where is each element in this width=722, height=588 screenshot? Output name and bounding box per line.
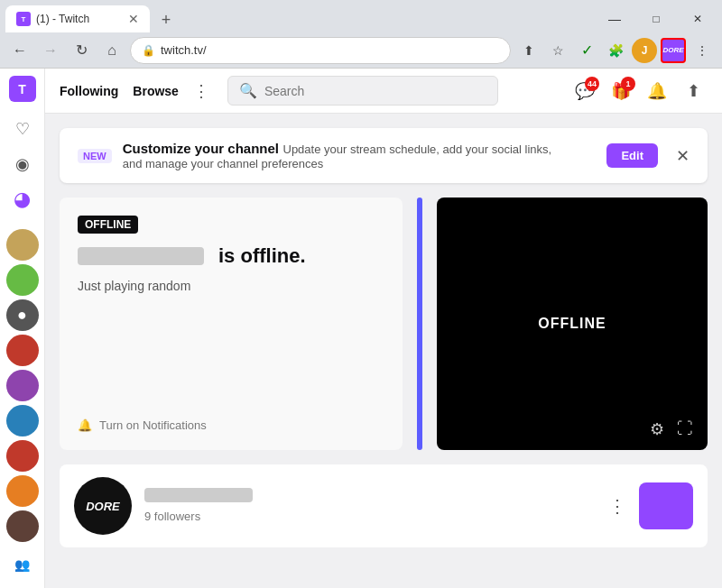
close-tab-icon[interactable]: ✕ (128, 12, 139, 26)
bookmark-button[interactable]: ☆ (545, 38, 570, 63)
close-banner-icon[interactable]: ✕ (676, 146, 690, 166)
sidebar-avatar-6[interactable] (6, 405, 39, 436)
active-tab[interactable]: T (1) - Twitch ✕ (5, 5, 150, 32)
banner-subtitle-inline: Update your stream schedule, add your so… (283, 142, 552, 156)
nav-bar: ← → ↻ ⌂ 🔒 twitch.tv/ ⬆ ☆ ✓ 🧩 J DORE ⋮ (0, 32, 722, 69)
extension-label: DORE (662, 47, 683, 54)
nav-actions: ⬆ ☆ ✓ 🧩 J DORE ⋮ (516, 38, 715, 63)
main-content: Following Browse ⋮ 🔍 💬 44 🎁 1 🔔 ⬆ (45, 69, 722, 588)
lock-icon: 🔒 (142, 44, 155, 57)
sidebar-item-user-plus[interactable]: 👥 (6, 549, 39, 581)
browser-menu-button[interactable]: ⋮ (690, 38, 715, 63)
header-actions: 💬 44 🎁 1 🔔 ⬆ (570, 77, 708, 106)
fullscreen-icon[interactable]: ⛶ (677, 419, 693, 439)
extension-dore-icon[interactable]: DORE (661, 38, 686, 63)
offline-badge: OFFLINE (78, 216, 138, 234)
close-button[interactable]: ✕ (677, 5, 718, 32)
channel-layout: OFFLINE is offline. Just playing random … (60, 198, 708, 450)
edit-button[interactable]: Edit (606, 143, 658, 168)
refresh-button[interactable]: ↻ (69, 38, 94, 63)
share-button[interactable]: ⬆ (516, 38, 542, 63)
new-tab-button[interactable]: + (153, 7, 179, 32)
messages-badge: 44 (585, 77, 599, 91)
sidebar-avatar-9[interactable] (6, 510, 39, 542)
nav-browse[interactable]: Browse (133, 80, 179, 102)
channel-info-panel: OFFLINE is offline. Just playing random … (60, 198, 403, 450)
twitch-page: T ♡ ◉ ◕ ● 👥 Following Browse ⋮ 🔍 (0, 69, 722, 588)
channel-logo: DORE (74, 477, 132, 535)
sidebar-item-game[interactable]: ◉ (6, 148, 39, 179)
followers-count: 9 followers (144, 510, 200, 523)
tab-favicon: T (16, 12, 31, 26)
browser-chrome: T (1) - Twitch ✕ + — □ ✕ ← → ↻ ⌂ 🔒 twitc… (0, 0, 722, 69)
bell-text: Turn on Notifications (99, 418, 207, 432)
settings-icon[interactable]: ⚙ (650, 419, 664, 439)
whispers-icon[interactable]: ⬆ (679, 77, 708, 106)
address-bar[interactable]: 🔒 twitch.tv/ (130, 37, 511, 64)
address-text: twitch.tv/ (161, 43, 499, 57)
extensions-button[interactable]: 🧩 (603, 38, 628, 63)
notification-banner: NEW Customize your channel Update your s… (60, 128, 708, 183)
player-controls: ⚙ ⛶ (650, 419, 693, 439)
sidebar-item-circle[interactable]: ◕ (6, 183, 39, 215)
channel-name-blurred (78, 247, 204, 265)
notifications-icon[interactable]: 🔔 (643, 77, 671, 106)
subscribe-cta[interactable] (639, 482, 693, 529)
bell-icon: 🔔 (78, 418, 92, 432)
verified-button[interactable]: ✓ (574, 38, 599, 63)
channel-logo-text: DORE (86, 500, 120, 513)
profile-avatar[interactable]: J (632, 38, 657, 63)
banner-text: Customize your channel Update your strea… (123, 141, 597, 170)
sidebar-avatar-1[interactable] (6, 229, 39, 261)
video-player: OFFLINE ⚙ ⛶ (437, 198, 708, 450)
home-button[interactable]: ⌂ (99, 38, 125, 63)
channel-description: Just playing random (78, 279, 384, 293)
messages-icon[interactable]: 💬 44 (570, 77, 599, 106)
minimize-button[interactable]: — (594, 5, 635, 32)
tab-bar: T (1) - Twitch ✕ + — □ ✕ (0, 0, 722, 32)
tab-title: (1) - Twitch (36, 13, 123, 25)
sidebar-item-heart[interactable]: ♡ (6, 113, 39, 144)
nav-more-icon[interactable]: ⋮ (193, 81, 209, 101)
sidebar-avatar-5[interactable] (6, 370, 39, 401)
sidebar-avatar-7[interactable] (6, 440, 39, 472)
offline-label: OFFLINE (538, 316, 606, 332)
sidebar-avatar-4[interactable] (6, 335, 39, 366)
search-icon: 🔍 (239, 82, 257, 99)
twitch-logo-sidebar: T (9, 76, 36, 102)
channel-bottom-name-blurred (144, 488, 253, 502)
forward-button[interactable]: → (38, 38, 63, 63)
twitch-nav: Following Browse ⋮ (60, 80, 209, 102)
new-badge: NEW (78, 149, 112, 163)
drops-icon[interactable]: 🎁 1 (606, 77, 635, 106)
sidebar-avatar-3[interactable]: ● (6, 299, 39, 331)
channel-name-row: is offline. (78, 244, 384, 268)
page-content: NEW Customize your channel Update your s… (45, 114, 722, 562)
sidebar: T ♡ ◉ ◕ ● 👥 (0, 69, 45, 588)
search-input[interactable] (264, 84, 486, 98)
maximize-button[interactable]: □ (635, 5, 677, 32)
notification-bell[interactable]: 🔔 Turn on Notifications (78, 418, 207, 432)
sidebar-avatar-2[interactable] (6, 264, 39, 296)
drops-badge: 1 (621, 77, 635, 91)
window-controls: — □ ✕ (594, 5, 722, 32)
is-offline-text: is offline. (218, 244, 306, 268)
channel-bottom-details: 9 followers (144, 488, 596, 524)
banner-subtitle-2: and manage your channel preferences (123, 157, 597, 170)
nav-following[interactable]: Following (60, 80, 118, 102)
live-indicator-bar (417, 198, 422, 450)
sidebar-avatar-8[interactable] (6, 475, 39, 507)
bottom-channel-card: DORE 9 followers ⋮ (60, 464, 708, 547)
twitch-header: Following Browse ⋮ 🔍 💬 44 🎁 1 🔔 ⬆ (45, 69, 722, 114)
bottom-more-icon[interactable]: ⋮ (608, 495, 626, 517)
search-bar[interactable]: 🔍 (227, 76, 498, 106)
back-button[interactable]: ← (7, 38, 32, 63)
banner-title: Customize your channel (123, 141, 279, 156)
